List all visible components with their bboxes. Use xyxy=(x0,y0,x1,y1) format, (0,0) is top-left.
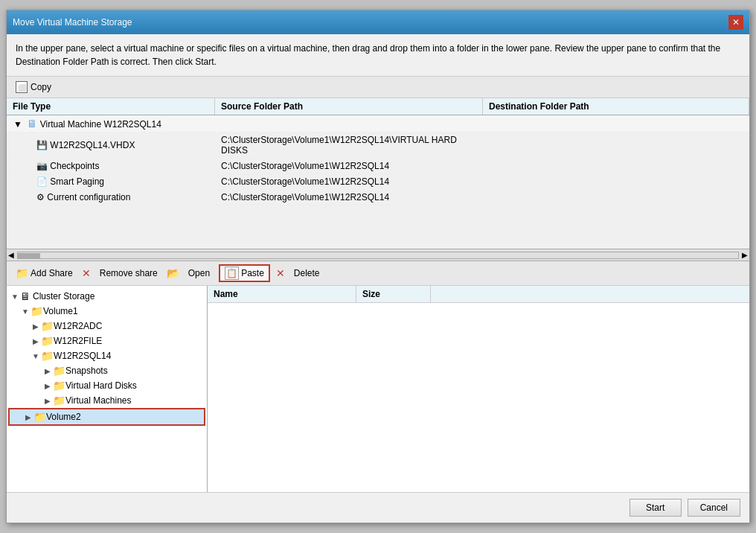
w12r2adc-folder-icon: 📁 xyxy=(41,320,54,332)
vm-row-dest xyxy=(483,121,749,126)
collapse-icon[interactable]: ▼ xyxy=(13,119,23,130)
open-folder-icon[interactable]: 📂 xyxy=(167,267,179,279)
title-bar: Move Virtual Machine Storage ✕ xyxy=(7,10,749,34)
table-row[interactable]: 💾 W12R2SQL14.VHDX C:\ClusterStorage\Volu… xyxy=(7,133,749,159)
w12r2file-label: W12R2FILE xyxy=(54,336,102,346)
delete-label: Delete xyxy=(294,268,320,278)
remove-share-label: Remove share xyxy=(100,268,158,278)
horizontal-scrollbar[interactable]: ◀ ▶ xyxy=(7,249,749,261)
tree-root[interactable]: ▼ 🖥 Cluster Storage xyxy=(7,289,207,304)
tree-item-w12r2file[interactable]: ▶ 📁 W12R2FILE xyxy=(7,333,207,348)
volume1-toggle[interactable]: ▼ xyxy=(20,306,31,316)
vm-row-source xyxy=(215,121,483,126)
paste-button[interactable]: 📋 Paste xyxy=(219,264,270,282)
right-pane-content xyxy=(208,303,749,492)
remove-share-icon[interactable]: ✕ xyxy=(82,267,91,279)
w12r2file-toggle[interactable]: ▶ xyxy=(31,336,41,346)
upper-toolbar: ⬜ Copy xyxy=(7,77,749,98)
virtualhd-folder-icon: 📁 xyxy=(53,380,65,392)
open-label: Open xyxy=(188,268,210,278)
title-text: Move Virtual Machine Storage xyxy=(13,17,132,28)
copy-label: Copy xyxy=(31,82,51,92)
checkpoints-row-dest xyxy=(483,164,749,168)
paging-icon: 📄 xyxy=(36,176,48,187)
vhd-icon: 💾 xyxy=(36,140,48,150)
size-header: Size xyxy=(356,286,431,302)
remove-share-button[interactable]: Remove share xyxy=(97,266,161,280)
table-row[interactable]: ▼ 🖥 Virtual Machine W12R2SQL14 xyxy=(7,115,749,133)
scroll-right-btn[interactable]: ▶ xyxy=(742,251,748,259)
upper-pane: File Type Source Folder Path Destination… xyxy=(7,98,749,261)
tree-item-virtualhd[interactable]: ▶ 📁 Virtual Hard Disks xyxy=(7,378,207,393)
cluster-storage-icon: 🖥 xyxy=(20,290,31,302)
col-filetype-header: File Type xyxy=(7,98,215,115)
right-pane: Name Size xyxy=(208,286,749,492)
table-header: File Type Source Folder Path Destination… xyxy=(7,98,749,115)
tree-pane: ▼ 🖥 Cluster Storage ▼ 📁 Volume1 ▶ 📁 W12R… xyxy=(7,286,208,492)
w12r2adc-toggle[interactable]: ▶ xyxy=(31,321,41,331)
right-pane-header: Name Size xyxy=(208,286,749,303)
dialog-window: Move Virtual Machine Storage ✕ In the up… xyxy=(6,10,750,523)
w12r2sql14-label: W12R2SQL14 xyxy=(54,351,111,361)
add-share-label: Add Share xyxy=(31,268,73,278)
vm-icon: 🖥 xyxy=(27,118,37,130)
snapshots-toggle[interactable]: ▶ xyxy=(42,366,53,376)
config-icon: ⚙ xyxy=(36,192,45,202)
volume1-label: Volume1 xyxy=(43,306,78,316)
table-row[interactable]: 📷 Checkpoints C:\ClusterStorage\Volume1\… xyxy=(7,159,749,174)
delete-button[interactable]: Delete xyxy=(291,266,323,280)
w12r2sql14-toggle[interactable]: ▼ xyxy=(31,351,41,361)
copy-button[interactable]: ⬜ Copy xyxy=(13,80,54,95)
lower-toolbar: 📁 Add Share ✕ Remove share 📂 Open 📋 Past… xyxy=(7,261,749,286)
checkpoints-row-source: C:\ClusterStorage\Volume1\W12R2SQL14 xyxy=(215,159,483,173)
lower-content: ▼ 🖥 Cluster Storage ▼ 📁 Volume1 ▶ 📁 W12R… xyxy=(7,286,749,492)
paste-label: Paste xyxy=(241,268,264,278)
config-row-source: C:\ClusterStorage\Volume1\W12R2SQL14 xyxy=(215,190,483,205)
vhdx-row-source: C:\ClusterStorage\Volume1\W12R2SQL14\VIR… xyxy=(215,133,483,158)
smartpaging-row-name: 📄 Smart Paging xyxy=(7,174,215,189)
vhdx-row-name: 💾 W12R2SQL14.VHDX xyxy=(7,138,215,153)
w12r2sql14-folder-icon: 📁 xyxy=(41,350,54,362)
col-source-header: Source Folder Path xyxy=(215,98,483,115)
table-row[interactable]: ⚙ Current configuration C:\ClusterStorag… xyxy=(7,190,749,205)
col-dest-header: Destination Folder Path xyxy=(483,98,749,115)
add-share-button[interactable]: 📁 Add Share xyxy=(13,266,76,281)
delete-x-icon[interactable]: ✕ xyxy=(276,267,285,279)
bottom-bar: Start Cancel xyxy=(7,492,749,523)
cluster-storage-label: Cluster Storage xyxy=(33,291,94,301)
tree-item-snapshots[interactable]: ▶ 📁 Snapshots xyxy=(7,363,207,378)
name-header: Name xyxy=(208,286,356,302)
checkpoints-row-name: 📷 Checkpoints xyxy=(7,159,215,173)
tree-item-w12r2adc[interactable]: ▶ 📁 W12R2ADC xyxy=(7,319,207,333)
tree-item-volume2[interactable]: ▶ 📁 Volume2 xyxy=(8,408,205,426)
scroll-left-btn[interactable]: ◀ xyxy=(8,251,14,259)
table-row[interactable]: 📄 Smart Paging C:\ClusterStorage\Volume1… xyxy=(7,174,749,190)
checkpoint-icon: 📷 xyxy=(36,161,48,171)
add-share-icon: 📁 xyxy=(16,267,28,279)
virtualmachines-toggle[interactable]: ▶ xyxy=(42,395,53,406)
config-row-name: ⚙ Current configuration xyxy=(7,190,215,205)
tree-item-w12r2sql14[interactable]: ▼ 📁 W12R2SQL14 xyxy=(7,348,207,363)
volume2-toggle[interactable]: ▶ xyxy=(23,412,33,422)
volume2-folder-icon: 📁 xyxy=(33,411,46,423)
snapshots-folder-icon: 📁 xyxy=(53,365,65,377)
vm-row-name: ▼ 🖥 Virtual Machine W12R2SQL14 xyxy=(7,115,215,132)
table-body: ▼ 🖥 Virtual Machine W12R2SQL14 💾 W12R2SQ… xyxy=(7,115,749,249)
snapshots-label: Snapshots xyxy=(65,366,108,376)
start-button[interactable]: Start xyxy=(630,499,682,517)
smartpaging-row-dest xyxy=(483,179,749,184)
root-toggle[interactable]: ▼ xyxy=(10,291,20,301)
virtualmachines-folder-icon: 📁 xyxy=(53,395,65,406)
tree-item-volume1[interactable]: ▼ 📁 Volume1 xyxy=(7,304,207,319)
config-row-dest xyxy=(483,195,749,200)
virtualhd-label: Virtual Hard Disks xyxy=(65,380,137,391)
w12r2adc-label: W12R2ADC xyxy=(54,321,102,331)
close-button[interactable]: ✕ xyxy=(728,15,743,30)
cancel-button[interactable]: Cancel xyxy=(688,499,740,517)
virtualhd-toggle[interactable]: ▶ xyxy=(42,380,53,391)
smartpaging-row-source: C:\ClusterStorage\Volume1\W12R2SQL14 xyxy=(215,174,483,189)
open-button[interactable]: Open xyxy=(185,266,213,280)
paste-icon: 📋 xyxy=(225,266,239,280)
volume1-folder-icon: 📁 xyxy=(31,305,43,317)
tree-item-virtualmachines[interactable]: ▶ 📁 Virtual Machines xyxy=(7,393,207,408)
